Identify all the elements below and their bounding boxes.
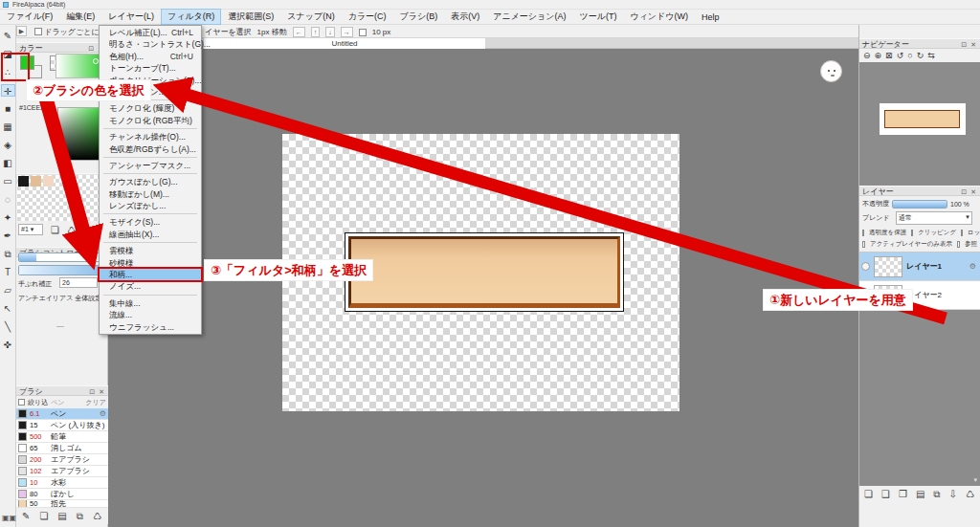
menu-view[interactable]: 表示(V) [444, 9, 486, 25]
menu-item-gaussian-blur[interactable]: ガウスぼかし(G)... [100, 176, 201, 187]
menu-item-noise[interactable]: ノイズ... [100, 280, 201, 292]
layer-row[interactable]: レイヤー1 ⚙ [859, 253, 980, 281]
pattern-tool-icon[interactable]: ▦ [1, 121, 15, 133]
brush-clear-button[interactable]: クリア [86, 398, 107, 407]
palette-new-icon[interactable]: ❏ [51, 225, 59, 235]
select-move-tool-icon[interactable]: ⧉ [1, 248, 15, 260]
menu-select[interactable]: 選択範囲(S) [221, 9, 280, 25]
zoom-out-icon[interactable]: ⊖ [863, 51, 871, 60]
menu-item-chromatic-aberration[interactable]: 色収差/RGBずらし(A)... [100, 143, 201, 155]
add-brush-pen-icon[interactable]: ✎ [22, 511, 30, 522]
new-layer-icon[interactable]: ❏ [864, 489, 873, 500]
scroll-down-icon[interactable]: ▾ [973, 476, 977, 484]
dock-icon[interactable]: ⊡ [88, 45, 95, 52]
move-tool-icon[interactable]: ✛ [1, 84, 15, 97]
move-down-button[interactable]: ↓ [325, 27, 335, 37]
menu-item-monochrome-rgb[interactable]: モノクロ化 (RGB平均) [100, 115, 201, 126]
move-left-button[interactable]: ← [293, 27, 305, 37]
menu-item-concentration-lines[interactable]: 集中線... [100, 297, 201, 309]
brush-opacity-slider[interactable] [18, 265, 105, 275]
foreground-color-swatch[interactable] [20, 55, 34, 70]
menu-file[interactable]: ファイル(F) [0, 9, 59, 25]
menu-item-unsharp-mask[interactable]: アンシャープマスク... [100, 160, 201, 171]
menu-filter[interactable]: フィルタ(R) [161, 9, 221, 25]
layer-settings-gear-icon[interactable]: ⚙ [969, 262, 976, 271]
brush-size-slider[interactable] [18, 253, 105, 262]
dock-toggle-icons[interactable]: ▣▣ [2, 514, 16, 522]
hand-tool-icon[interactable]: ✜ [1, 339, 15, 351]
antialias-setting[interactable]: アンチエイリアス 全体設定を使う [18, 294, 106, 303]
dock-icon[interactable]: ⊡ [961, 188, 968, 195]
panel-resize-handle[interactable]: — [56, 321, 64, 330]
reference-checkbox[interactable] [957, 241, 960, 248]
menu-item-line-extraction[interactable]: 線画抽出(X)... [100, 229, 201, 240]
color-palette-grid[interactable] [17, 175, 107, 221]
palette-index-dropdown[interactable]: #1 ▾ [18, 224, 43, 235]
menu-help[interactable]: Help [695, 11, 726, 24]
brush-row[interactable]: 15 ペン (入り抜き) [16, 420, 108, 431]
brush-row[interactable]: 50 指先 [16, 500, 108, 508]
stabilizer-value[interactable]: 26 [59, 277, 98, 288]
layer-visibility-icon[interactable] [861, 262, 870, 271]
menu-brush[interactable]: ブラシ(B) [393, 9, 445, 25]
menu-item-mosaic[interactable]: モザイク(S)... [100, 216, 201, 228]
blend-dropdown[interactable]: 通常▾ [896, 211, 972, 225]
menu-item-sand[interactable]: 砂模様 [100, 257, 201, 269]
close-icon[interactable]: ✕ [970, 188, 977, 195]
merge-down-icon[interactable]: ⇩ [949, 489, 957, 500]
gradient-tool-icon[interactable]: ◧ [1, 157, 15, 169]
lasso-tool-icon[interactable]: ◌ [1, 193, 15, 206]
dock-icon[interactable]: ⊡ [89, 388, 96, 395]
menu-item-lens-blur[interactable]: レンズぼかし... [100, 200, 201, 211]
layer-folder-icon[interactable]: ▤ [916, 489, 924, 500]
menu-item-tone-curve[interactable]: トーンカーブ(T)... [100, 62, 201, 74]
drag-position-checkbox[interactable] [34, 28, 42, 35]
brush-settings-gear-icon[interactable]: ⚙ [100, 409, 106, 418]
magic-wand-tool-icon[interactable]: ✦ [1, 211, 15, 224]
delete-layer-icon[interactable]: ♺ [966, 489, 974, 500]
brush-row[interactable]: 10 水彩 [16, 477, 108, 489]
clipping-checkbox[interactable] [911, 230, 913, 236]
palette-delete-icon[interactable]: ♺ [67, 225, 76, 235]
menu-tool[interactable]: ツール(T) [573, 9, 624, 25]
canvas-area[interactable] [108, 49, 858, 527]
eyedropper-tool-icon[interactable]: ↖ [1, 302, 15, 315]
text-tool-icon[interactable]: T [1, 266, 15, 278]
opacity-slider[interactable] [892, 200, 947, 209]
duplicate-layer-icon[interactable]: ⧉ [933, 489, 940, 500]
brush-row[interactable]: 6.1 ペン ⚙ [16, 408, 108, 420]
zoom-fit-icon[interactable]: ⊠ [885, 51, 893, 60]
menu-item-stream-lines[interactable]: 流線... [100, 309, 201, 320]
palette-swatch[interactable] [31, 176, 41, 187]
zoom-in-icon[interactable]: ⊕ [875, 51, 882, 60]
rotate-reset-icon[interactable]: ○ [907, 51, 912, 60]
menu-item-channel-operation[interactable]: チャンネル操作(O)... [100, 131, 201, 143]
palette-swatch[interactable] [18, 176, 29, 187]
dock-icon[interactable]: ⊡ [961, 41, 968, 48]
move-10px-checkbox[interactable] [359, 29, 367, 36]
brush-filter-checkbox[interactable] [18, 399, 25, 406]
palette-swatch[interactable] [43, 176, 54, 187]
navigator-preview[interactable] [859, 62, 980, 186]
lock-checkbox[interactable] [961, 230, 963, 236]
close-icon[interactable]: ✕ [99, 388, 105, 395]
brush-row[interactable]: 65 消しゴム [16, 443, 108, 454]
close-icon[interactable]: ✕ [970, 41, 977, 48]
brush-row[interactable]: 200 エアブラシ [16, 454, 108, 466]
move-right-button[interactable]: → [341, 27, 353, 37]
menu-snap[interactable]: スナップ(N) [280, 9, 341, 25]
menu-edit[interactable]: 編集(E) [59, 9, 101, 25]
new-8bit-layer-icon[interactable]: ❑ [881, 489, 890, 500]
rotate-right-icon[interactable]: ↻ [917, 51, 924, 60]
flip-icon[interactable]: ⇆ [927, 51, 935, 60]
menu-color[interactable]: カラー(C) [342, 9, 393, 25]
duplicate-brush-icon[interactable]: ⧉ [77, 511, 83, 522]
new-folder-layer-icon[interactable]: ❐ [899, 489, 907, 500]
menu-item-motion-blur[interactable]: 移動ぼかし(M)... [100, 188, 201, 200]
brush-folder-icon[interactable]: ▤ [57, 511, 66, 522]
menu-window[interactable]: ウィンドウ(W) [623, 9, 695, 25]
menu-item-monochrome-luminance[interactable]: モノクロ化 (輝度) [100, 102, 201, 114]
palette-more-icon[interactable]: ⋯ [83, 225, 93, 235]
brush-row[interactable]: 80 ぼかし [16, 489, 108, 500]
menu-item-uni-flash[interactable]: ウニフラッシュ... [100, 321, 201, 333]
